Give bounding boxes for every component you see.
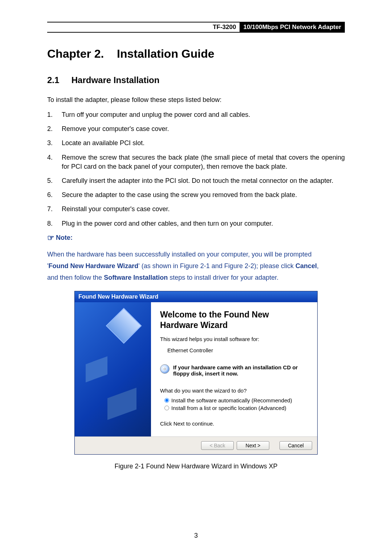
figure-caption: Figure 2-1 Found New Hardware Wizard in … (47, 463, 345, 470)
list-item: 8.Plug in the power cord and other cable… (47, 219, 345, 228)
device-icon (106, 308, 142, 344)
list-item: 6.Secure the adapter to the case using t… (47, 190, 345, 200)
wizard-question: What do you want the wizard to do? (160, 387, 308, 394)
radio-advanced-install[interactable]: Install from a list or specific location… (164, 405, 308, 411)
note-body: When the hardware has been successfully … (47, 249, 345, 284)
hardware-wizard-dialog: Found New Hardware Wizard Welcome to the… (74, 291, 318, 455)
header-model: TF-3200 (213, 24, 240, 31)
list-item: 3.Locate an available PCI slot. (47, 139, 345, 148)
radio-advanced-input[interactable] (164, 406, 169, 410)
intro-text: To install the adapter, please follow th… (47, 96, 345, 104)
list-item: 2.Remove your computer's case cover. (47, 124, 345, 134)
next-button[interactable]: Next > (237, 441, 269, 450)
wizard-device-name: Ethernet Controller (167, 347, 308, 353)
install-steps: 1.Turn off your computer and unplug the … (47, 110, 345, 228)
list-item: 7.Reinstall your computer's case cover. (47, 205, 345, 214)
page-number: 3 (0, 532, 392, 539)
page-header: TF-3200 10/100Mbps PCI Network Adapter (47, 22, 345, 33)
cancel-button[interactable]: Cancel (279, 441, 312, 450)
wizard-cd-hint: If your hardware came with an installati… (160, 364, 308, 377)
back-button[interactable]: < Back (201, 441, 234, 450)
radio-auto-install[interactable]: Install the software automatically (Reco… (164, 397, 308, 403)
header-product: 10/100Mbps PCI Network Adapter (240, 22, 345, 32)
hand-point-icon: ☞ (47, 233, 54, 243)
wizard-sidebar-graphic (75, 302, 151, 436)
note-label: Note: (56, 234, 73, 242)
wizard-continue-text: Click Next to continue. (160, 420, 308, 427)
chapter-title: Chapter 2. Installation Guide (47, 47, 345, 61)
cd-icon (160, 364, 170, 374)
list-item: 4.Remove the screw that secures the back… (47, 153, 345, 171)
wizard-subtext: This wizard helps you install software f… (160, 336, 308, 342)
section-title: 2.1 Hardware Installation (47, 75, 345, 85)
wizard-button-row: < Back Next > Cancel (75, 436, 317, 454)
dialog-titlebar: Found New Hardware Wizard (75, 291, 317, 302)
list-item: 1.Turn off your computer and unplug the … (47, 110, 345, 119)
radio-auto-input[interactable] (164, 398, 169, 403)
list-item: 5.Carefully insert the adapter into the … (47, 176, 345, 185)
wizard-heading: Welcome to the Found New Hardware Wizard (160, 309, 308, 331)
note-heading: ☞ Note: (47, 233, 345, 243)
